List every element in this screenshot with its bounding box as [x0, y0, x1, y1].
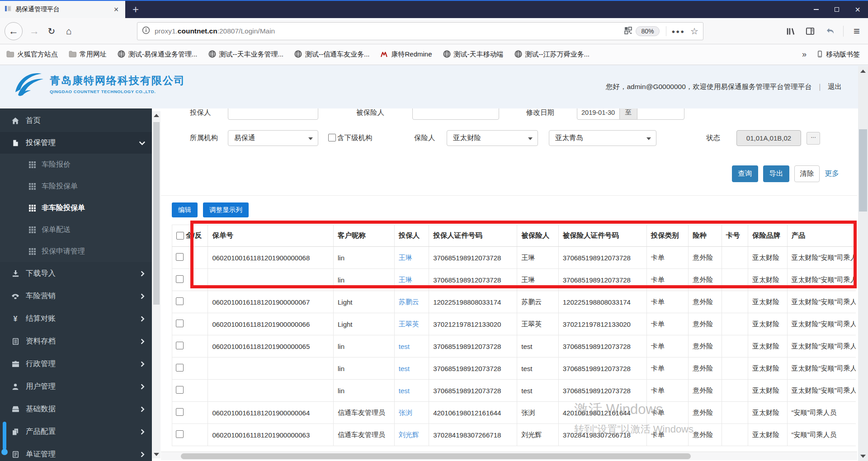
sidebar-subitem-车险报价[interactable]: 车险报价 — [0, 154, 152, 175]
bookmark-item[interactable]: 康特Redmine — [381, 50, 432, 59]
content-scrollbar-thumb[interactable] — [153, 122, 160, 305]
applicant-label: 投保人 — [190, 108, 211, 120]
window-close-button[interactable]: × — [847, 1, 868, 18]
content-scrollbar[interactable] — [152, 111, 160, 458]
status-more-button[interactable]: ... — [807, 132, 820, 145]
org-select[interactable]: 易保通 — [228, 130, 318, 146]
bookmark-star-icon[interactable]: ☆ — [690, 26, 698, 37]
window-scrollbar[interactable] — [858, 66, 868, 461]
sidebar-subitem-非车险投保单[interactable]: 非车险投保单 — [0, 197, 152, 219]
row-checkbox[interactable] — [176, 297, 184, 305]
scroll-down-icon[interactable] — [858, 452, 868, 460]
sidebar-subitem-保单配送[interactable]: 保单配送 — [0, 219, 152, 240]
bookmark-item[interactable]: 测试-易保通业务管理... — [118, 50, 198, 59]
row-checkbox[interactable] — [176, 342, 184, 349]
status-value-box[interactable]: 01,01A,01B,02 — [736, 130, 801, 146]
tab-close-icon[interactable]: × — [112, 5, 121, 14]
sidebar-toggle-icon[interactable] — [803, 24, 817, 38]
row-checkbox[interactable] — [176, 320, 184, 327]
row-checkbox[interactable] — [176, 275, 184, 283]
sidebar-item-车险营销[interactable]: 车险营销 — [0, 285, 152, 307]
reload-button[interactable]: ↻ — [43, 22, 60, 40]
applicant-link[interactable]: 王翠英 — [399, 320, 419, 328]
window-minimize-button[interactable] — [806, 1, 826, 18]
bookmark-item[interactable]: 测试--信通车友业务... — [294, 50, 370, 59]
sync-undo-icon[interactable] — [823, 24, 837, 38]
bookmark-item[interactable]: 测试-天丰移动端 — [443, 50, 504, 59]
sidebar-item-资料存档[interactable]: 资料存档 — [0, 330, 152, 353]
menu-hamburger-icon[interactable]: ≡ — [850, 24, 863, 38]
site-header: 青岛康特网络科技有限公司 QINGDAO COUNTNET TECHNOLOGY… — [0, 65, 868, 108]
mobile-bookmarks-item[interactable]: 移动版书签 — [816, 50, 860, 59]
qr-code-icon[interactable] — [624, 27, 632, 36]
sidebar-scroll-indicator[interactable] — [3, 422, 6, 450]
bookmark-item[interactable]: 常用网址 — [69, 50, 107, 59]
clear-button[interactable]: 清除 — [794, 165, 820, 182]
row-checkbox[interactable] — [176, 364, 184, 372]
sidebar-item-下载导入[interactable]: 下载导入 — [0, 262, 152, 285]
logout-link[interactable]: 退出 — [828, 82, 842, 92]
browser-tab[interactable]: 易保通管理平台 × — [0, 1, 125, 18]
sidebar-item-用户管理[interactable]: 用户管理 — [0, 375, 152, 398]
applicant-link[interactable]: 王琳 — [399, 254, 412, 261]
new-tab-button[interactable]: + — [128, 1, 143, 18]
insurer-branch-select[interactable]: 亚太青岛 — [549, 130, 656, 146]
globe-icon — [118, 50, 125, 59]
sidebar-item-投保管理[interactable]: 投保管理 — [0, 132, 152, 154]
date-to-input[interactable] — [637, 108, 684, 120]
row-checkbox[interactable] — [176, 430, 184, 438]
applicant-link[interactable]: 张浏 — [399, 409, 412, 416]
sidebar-item-单证管理[interactable]: 单证管理 — [0, 443, 152, 461]
bookmark-item[interactable]: 测试--天丰业务管理... — [208, 50, 284, 59]
url-text[interactable]: proxy1.countnet.cn:20807/Login/Main — [155, 27, 624, 35]
insured-input[interactable] — [412, 108, 499, 120]
applicant-link[interactable]: test — [399, 365, 410, 372]
select-all-checkbox[interactable] — [176, 232, 184, 240]
horizontal-scrollbar[interactable] — [161, 452, 857, 460]
row-checkbox[interactable] — [176, 408, 184, 416]
window-scrollbar-thumb[interactable] — [859, 129, 867, 212]
cell-applicant: 王翠英 — [394, 313, 429, 335]
bookmark-item[interactable]: 测试--江苏万舜业务... — [514, 50, 590, 59]
forward-button[interactable]: → — [26, 22, 42, 40]
scroll-up-icon[interactable] — [858, 67, 868, 75]
row-checkbox[interactable] — [176, 386, 184, 394]
horizontal-scrollbar-thumb[interactable] — [181, 453, 691, 459]
applicant-link[interactable]: 刘光辉 — [399, 431, 419, 438]
applicant-link[interactable]: 王琳 — [399, 276, 412, 283]
url-bar[interactable]: proxy1.countnet.cn:20807/Login/Main 80% … — [137, 22, 703, 40]
sidebar-item-行政管理[interactable]: 行政管理 — [0, 353, 152, 375]
back-button[interactable]: ← — [5, 22, 23, 40]
insurer-select[interactable]: 亚太财险 — [447, 130, 538, 146]
window-maximize-button[interactable] — [826, 1, 847, 18]
sidebar-item-结算对账[interactable]: ¥结算对账 — [0, 307, 152, 330]
adjust-columns-button[interactable]: 调整显示列 — [203, 202, 249, 217]
scroll-down-icon[interactable] — [152, 450, 160, 458]
applicant-link[interactable]: test — [399, 387, 410, 395]
row-checkbox[interactable] — [176, 253, 184, 261]
export-button[interactable]: 导出 — [763, 165, 789, 182]
page-actions-icon[interactable]: ●●● — [672, 28, 685, 35]
zoom-level-badge[interactable]: 80% — [636, 26, 659, 36]
edit-button[interactable]: 编辑 — [172, 202, 198, 217]
sidebar-item-基础数据[interactable]: 基础数据 — [0, 398, 152, 420]
cell-applicant: 张浏 — [394, 402, 429, 424]
sidebar-subitem-投保申请管理[interactable]: 投保申请管理 — [0, 240, 152, 262]
library-icon[interactable] — [783, 24, 797, 38]
scroll-up-icon[interactable] — [152, 111, 160, 119]
applicant-link[interactable]: 苏鹏云 — [399, 298, 419, 306]
site-info-icon[interactable] — [142, 26, 150, 36]
search-button[interactable]: 查询 — [732, 165, 758, 182]
include-sub-checkbox[interactable] — [328, 134, 336, 141]
applicant-input[interactable] — [228, 108, 318, 120]
sidebar-item-产品配置[interactable]: 产品配置 — [0, 420, 152, 443]
applicant-link[interactable]: test — [399, 343, 410, 350]
bookmarks-overflow-chevron[interactable]: » — [802, 50, 806, 59]
sidebar-item-首页[interactable]: 首页 — [0, 109, 152, 132]
sidebar-subitem-车险投保单[interactable]: 车险投保单 — [0, 175, 152, 197]
bookmark-item[interactable]: 火狐官方站点 — [6, 50, 58, 59]
cell-product: 亚太财险“安顺”司乘人员 — [787, 358, 856, 380]
date-from-input[interactable]: 2019-01-30 — [577, 108, 620, 120]
more-link[interactable]: 更多 — [825, 169, 839, 179]
home-button[interactable]: ⌂ — [61, 22, 77, 40]
